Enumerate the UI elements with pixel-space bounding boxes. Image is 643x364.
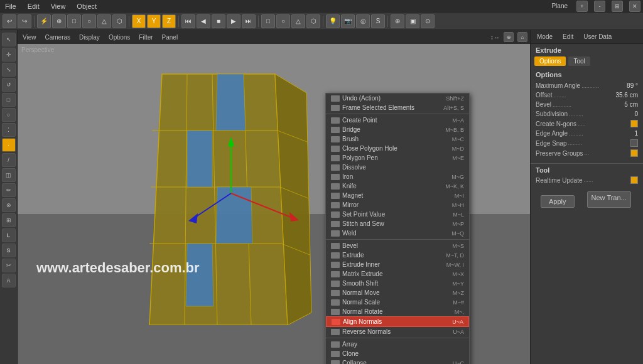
toolbar-btn-x[interactable]: X xyxy=(132,14,146,28)
ctx-item-undo[interactable]: Undo (Action) Shift+Z xyxy=(326,94,469,103)
toolbar-btn-new[interactable]: ⊕ xyxy=(52,14,66,28)
toolbar-btn-play[interactable]: ▶ xyxy=(227,14,240,28)
ctx-item-knife[interactable]: Knife M~K, K xyxy=(326,181,469,191)
sidebar-btn-scale[interactable]: ⤡ xyxy=(2,63,16,77)
toolbar-btn-cam[interactable]: 📷 xyxy=(341,14,355,28)
sidebar-btn-letter[interactable]: L xyxy=(2,228,16,242)
nav-icon-plus[interactable]: + xyxy=(576,1,588,12)
sidebar-btn-magnet[interactable]: ⊗ xyxy=(2,198,16,212)
toolbar-btn-shape2[interactable]: ○ xyxy=(276,14,290,28)
nav-icon-close[interactable]: ✕ xyxy=(629,1,640,12)
ctx-item-magnet[interactable]: Magnet M~I xyxy=(326,191,469,200)
toolbar-btn-cone[interactable]: △ xyxy=(97,14,111,28)
toolbar-btn-play-fwd[interactable]: ⏭ xyxy=(242,14,256,28)
toolbar-btn-shape4[interactable]: ⬡ xyxy=(306,14,320,28)
toolbar-btn-light[interactable]: 💡 xyxy=(326,14,340,28)
toolbar-btn-z[interactable]: Z xyxy=(162,14,176,28)
rp-tab-mode[interactable]: Mode xyxy=(533,32,556,41)
toolbar-btn-shape3[interactable]: △ xyxy=(291,14,305,28)
ctx-item-frame[interactable]: Frame Selected Elements Alt+S, S xyxy=(326,103,469,112)
rp-main-tab-options[interactable]: Options xyxy=(534,56,566,66)
toolbar-btn-settings[interactable]: S xyxy=(371,14,385,28)
sidebar-btn-dots[interactable]: ⁚ xyxy=(2,123,16,137)
new-trans-button[interactable]: New Tran... xyxy=(587,191,631,208)
sidebar-btn-brush[interactable]: ✏ xyxy=(2,183,16,197)
vp-menu-cameras[interactable]: Cameras xyxy=(43,34,73,41)
ctx-item-bevel[interactable]: Bevel M~S xyxy=(326,241,469,250)
menu-edit[interactable]: Edit xyxy=(25,3,42,10)
toolbar-btn-y[interactable]: Y xyxy=(147,14,161,28)
option-checkbox-edge-snap[interactable] xyxy=(630,139,638,147)
sidebar-btn-points[interactable]: · xyxy=(2,138,16,152)
toolbar-btn-redo[interactable]: ↪ xyxy=(18,14,31,28)
sidebar-btn-move[interactable]: ✛ xyxy=(2,48,16,62)
rp-main-tab-tool[interactable]: Tool xyxy=(568,56,590,66)
sidebar-btn-mirror[interactable]: ⊞ xyxy=(2,213,16,227)
viewport[interactable]: View Cameras Display Options Filter Pane… xyxy=(18,30,530,364)
ctx-item-array[interactable]: Array xyxy=(326,340,469,349)
toolbar-btn-step-back[interactable]: ◀ xyxy=(197,14,210,28)
sidebar-btn-box[interactable]: □ xyxy=(2,93,16,107)
rp-tab-edit[interactable]: Edit xyxy=(559,32,577,41)
toolbar-btn-hex[interactable]: ⬡ xyxy=(112,14,126,28)
toolbar-btn-cube[interactable]: □ xyxy=(67,14,81,28)
menu-object[interactable]: Object xyxy=(74,3,99,10)
ctx-item-extrude-inner[interactable]: Extrude Inner M~W, I xyxy=(326,260,469,269)
ctx-item-mirror[interactable]: Mirror M~H xyxy=(326,200,469,210)
ctx-item-matrix-extrude[interactable]: Matrix Extrude M~X xyxy=(326,269,469,279)
ctx-item-reverse-normals[interactable]: Reverse Normals U~A xyxy=(326,327,469,336)
sidebar-btn-circle[interactable]: ○ xyxy=(2,108,16,122)
ctx-item-iron[interactable]: Iron M~G xyxy=(326,172,469,181)
option-val-bevel[interactable]: 5 cm xyxy=(624,101,638,108)
toolbar-btn-render4[interactable]: ⊙ xyxy=(421,14,435,28)
sidebar-btn-s[interactable]: S xyxy=(2,244,16,257)
ctx-item-extrude[interactable]: Extrude M~T, D xyxy=(326,250,469,260)
ctx-item-stitch[interactable]: Stitch and Sew M~P xyxy=(326,219,469,228)
toolbar-btn-stop[interactable]: ■ xyxy=(212,14,225,28)
ctx-item-dissolve[interactable]: Dissolve xyxy=(326,163,469,172)
vp-menu-panel[interactable]: Panel xyxy=(159,34,181,41)
ctx-item-normal-move[interactable]: Normal Move M~Z xyxy=(326,288,469,297)
ctx-item-bridge[interactable]: Bridge M~B, B xyxy=(326,125,469,134)
ctx-item-close-poly[interactable]: Close Polygon Hole M~D xyxy=(326,144,469,153)
vp-menu-options[interactable]: Options xyxy=(106,34,132,41)
sidebar-btn-poly[interactable]: ◫ xyxy=(2,168,16,182)
ctx-item-weld[interactable]: Weld M~Q xyxy=(326,228,469,238)
nav-cube-icon[interactable]: ⊕ xyxy=(504,32,514,42)
toolbar-btn-sphere[interactable]: ○ xyxy=(82,14,96,28)
toolbar-btn-render2[interactable]: ⊕ xyxy=(391,14,404,28)
toolbar-btn-undo[interactable]: ↩ xyxy=(3,14,16,28)
vp-menu-view[interactable]: View xyxy=(20,34,39,41)
toolbar-btn-live[interactable]: ⚡ xyxy=(37,14,51,28)
ctx-item-collapse[interactable]: Collapse U~C xyxy=(326,358,469,364)
tool-checkbox-realtime[interactable] xyxy=(630,176,638,184)
ctx-item-brush[interactable]: Brush M~C xyxy=(326,134,469,144)
ctx-item-align-normals[interactable]: Align Normals U~A xyxy=(326,316,469,327)
ctx-item-normal-scale[interactable]: Normal Scale M~# xyxy=(326,297,469,307)
sidebar-btn-a[interactable]: A xyxy=(2,274,16,287)
nav-home-icon[interactable]: ⌂ xyxy=(517,32,527,42)
nav-icon-minus[interactable]: - xyxy=(594,1,605,12)
toolbar-btn-shape1[interactable]: □ xyxy=(261,14,275,28)
ctx-item-create-point[interactable]: Create Point M~A xyxy=(326,115,469,125)
menu-file[interactable]: File xyxy=(3,3,19,10)
sidebar-btn-edge[interactable]: / xyxy=(2,153,16,167)
option-val-offset[interactable]: 35.6 cm xyxy=(615,92,638,99)
toolbar-btn-play-back[interactable]: ⏮ xyxy=(181,14,195,28)
ctx-item-smooth-shift[interactable]: Smooth Shift M~Y xyxy=(326,279,469,288)
vp-menu-display[interactable]: Display xyxy=(77,34,102,41)
sidebar-btn-rotate[interactable]: ↺ xyxy=(2,78,16,92)
ctx-item-normal-rotate[interactable]: Normal Rotate M~, xyxy=(326,307,469,316)
toolbar-btn-render3[interactable]: ▣ xyxy=(406,14,419,28)
option-val-subdivision[interactable]: 0 xyxy=(634,110,638,117)
toolbar-btn-render[interactable]: ◎ xyxy=(356,14,370,28)
option-val-max-angle[interactable]: 89 ° xyxy=(627,82,638,89)
vp-menu-filter[interactable]: Filter xyxy=(136,34,155,41)
ctx-item-poly-pen[interactable]: Polygon Pen M~E xyxy=(326,153,469,163)
sidebar-btn-knife[interactable]: ✂ xyxy=(2,259,16,272)
rp-tab-user-data[interactable]: User Data xyxy=(580,32,615,41)
menu-view[interactable]: View xyxy=(48,3,68,10)
option-checkbox-preserve-groups[interactable] xyxy=(630,149,638,157)
ctx-item-set-point[interactable]: Set Point Value M~L xyxy=(326,210,469,219)
apply-button[interactable]: Apply xyxy=(541,195,575,208)
